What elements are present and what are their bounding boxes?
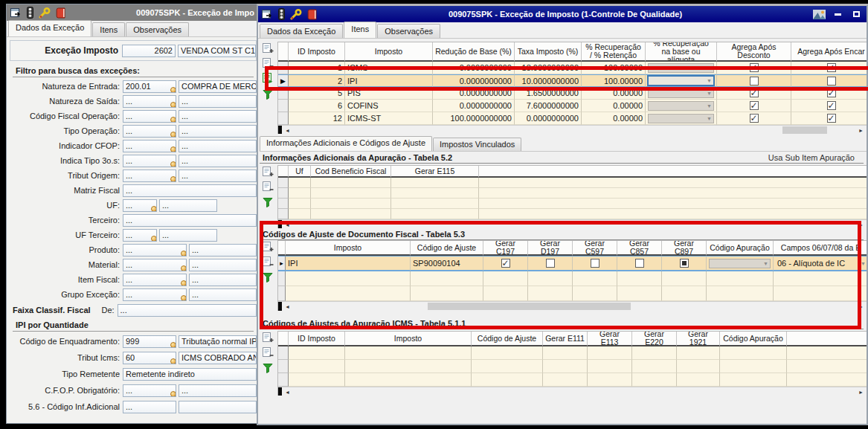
codigo-inf-adicional-desc-field[interactable]: [179, 401, 257, 413]
empty-cell[interactable]: [543, 360, 588, 373]
row-selector[interactable]: [278, 112, 289, 125]
cell-imposto[interactable]: ICMS: [345, 62, 433, 74]
tipo-operacao-desc-field[interactable]: ...: [179, 125, 257, 138]
empty-row[interactable]: [278, 360, 867, 373]
tab-dados-da-excecao[interactable]: Dados da Exceção: [260, 24, 343, 38]
empty-row[interactable]: [278, 199, 867, 209]
checkbox-gerar-c597[interactable]: [591, 259, 599, 268]
empty-cell[interactable]: [632, 346, 677, 360]
scroll-left-icon[interactable]: ◄: [282, 302, 293, 311]
scroll-left-icon[interactable]: ◄: [282, 220, 293, 228]
horizontal-scrollbar[interactable]: ◄ ►: [278, 387, 867, 396]
natureza-saida-code-field[interactable]: ...: [123, 95, 176, 108]
item-fiscal-desc-field[interactable]: ...: [189, 274, 257, 286]
empty-cell[interactable]: [311, 188, 391, 199]
empty-cell[interactable]: [479, 178, 867, 188]
scroll-left-icon[interactable]: ◄: [282, 387, 293, 396]
cell-id-imposto[interactable]: 6: [289, 100, 345, 112]
cell-reducao-base[interactable]: 0.0000000000: [433, 87, 515, 100]
book-icon[interactable]: [56, 7, 66, 19]
table-row[interactable]: 12 ICMS-ST 100.0000000000 0.0000000000 0…: [278, 112, 867, 125]
checkbox-agrega-apos-encargo[interactable]: [827, 88, 836, 97]
cell-taxa-imposto[interactable]: 18.0000000000: [515, 62, 582, 74]
checkbox-gerar-c857[interactable]: [635, 259, 644, 268]
row-selector[interactable]: [278, 100, 289, 112]
delete-row-icon[interactable]: [262, 346, 274, 358]
checkbox-agrega-apos-desconto[interactable]: [750, 101, 759, 110]
cell-reducao-base[interactable]: 100.0000000000: [433, 112, 515, 125]
row-selector[interactable]: [278, 209, 289, 219]
checkbox-gerar-c897[interactable]: [680, 259, 689, 268]
checkbox-agrega-apos-encargo[interactable]: [827, 63, 836, 72]
empty-cell[interactable]: [588, 373, 632, 387]
checkbox-agrega-apos-desconto[interactable]: [750, 77, 759, 86]
campos-060708-dropdown[interactable]: 06 - Alíquota de IC: [776, 259, 861, 268]
tipo-operacao-field[interactable]: ...: [123, 125, 176, 138]
row-selector[interactable]: [278, 62, 289, 74]
recovery-base-dropdown[interactable]: ▼: [648, 76, 714, 86]
codigo-apuracao-dropdown[interactable]: ▼: [709, 259, 771, 268]
empty-cell[interactable]: [573, 286, 617, 301]
recovery-base-dropdown[interactable]: ▼: [648, 88, 714, 98]
empty-cell[interactable]: [677, 346, 720, 360]
filter-icon[interactable]: [262, 197, 274, 207]
cfop-obrigatorio-desc-field[interactable]: ...: [179, 384, 257, 397]
tab-observacoes[interactable]: Observações: [126, 22, 189, 36]
empty-cell[interactable]: [528, 271, 573, 286]
row-selector[interactable]: [278, 286, 286, 301]
empty-cell[interactable]: [472, 346, 543, 360]
cell-recuperacao[interactable]: 0.00000: [582, 100, 646, 112]
empty-cell[interactable]: [707, 286, 774, 301]
row-selector[interactable]: ▸: [278, 256, 286, 271]
uf-terceiro-field[interactable]: ...: [123, 229, 157, 242]
uf-field[interactable]: ...: [123, 199, 157, 212]
table-row-selected[interactable]: ▶ 2 IPI 0.0000000000 10.0000000000 100.0…: [278, 74, 867, 87]
empty-row[interactable]: [278, 373, 867, 387]
empty-cell[interactable]: [617, 271, 662, 286]
tribut-icms-field[interactable]: 60: [123, 352, 176, 364]
empty-cell[interactable]: [289, 188, 311, 199]
tribut-origem-field[interactable]: ...: [123, 170, 176, 182]
empty-cell[interactable]: [632, 373, 677, 387]
tab-itens[interactable]: Itens: [92, 22, 125, 36]
empty-cell[interactable]: [677, 360, 720, 373]
traffic-light-icon[interactable]: [278, 8, 285, 20]
add-row-icon[interactable]: [262, 42, 274, 54]
empty-cell[interactable]: [479, 199, 867, 209]
tipo-remetente-field[interactable]: Remetente indireto: [123, 368, 257, 381]
row-selector[interactable]: [278, 87, 289, 100]
empty-cell[interactable]: [677, 373, 720, 387]
scrollbar-thumb[interactable]: [782, 126, 827, 134]
row-selector[interactable]: [278, 199, 289, 209]
empty-cell[interactable]: [289, 373, 345, 387]
tab-dados-da-excecao[interactable]: Dados da Exceção: [8, 20, 91, 36]
material-field[interactable]: ...: [123, 259, 187, 271]
checkbox-agrega-apos-encargo[interactable]: [827, 101, 836, 110]
empty-cell[interactable]: [787, 373, 867, 387]
cell-reducao-base[interactable]: 0.0000000000: [433, 62, 515, 74]
tab-informacoes-adicionais[interactable]: Informações Adicionais e Códigos de Ajus…: [260, 136, 432, 151]
tab-itens[interactable]: Itens: [344, 22, 376, 38]
cfop-obrigatorio-field[interactable]: ...: [123, 384, 176, 397]
image-icon[interactable]: [813, 10, 826, 19]
empty-cell[interactable]: [289, 199, 311, 209]
cell-id-imposto[interactable]: 12: [289, 112, 345, 125]
empty-cell[interactable]: [707, 271, 774, 286]
horizontal-scrollbar[interactable]: ◄ ►: [278, 125, 867, 134]
uf-desc-field[interactable]: ...: [159, 199, 217, 212]
indicador-cfop-field[interactable]: ...: [123, 140, 176, 152]
cell-id-imposto[interactable]: 5: [289, 87, 345, 100]
uf-terceiro-desc-field[interactable]: ...: [159, 229, 217, 242]
titlebar-right-window[interactable]: 009075SPK - Exceção de Imposto (1-Contro…: [258, 6, 867, 22]
checkbox-gerar-d197[interactable]: [546, 259, 555, 268]
table-row[interactable]: 1 ICMS 0.0000000000 18.0000000000 100.00…: [278, 62, 867, 74]
scroll-right-icon[interactable]: ►: [855, 387, 867, 396]
tribut-origem-desc-field[interactable]: ...: [179, 170, 257, 182]
cell-recuperacao[interactable]: 0.00000: [582, 112, 646, 125]
cell-imposto[interactable]: ICMS-ST: [345, 112, 433, 125]
tab-impostos-vinculados[interactable]: Impostos Vinculados: [433, 138, 521, 151]
empty-cell[interactable]: [472, 373, 543, 387]
empty-cell[interactable]: [411, 286, 483, 301]
empty-cell[interactable]: [345, 373, 472, 387]
checkbox-agrega-apos-encargo[interactable]: [827, 77, 836, 86]
